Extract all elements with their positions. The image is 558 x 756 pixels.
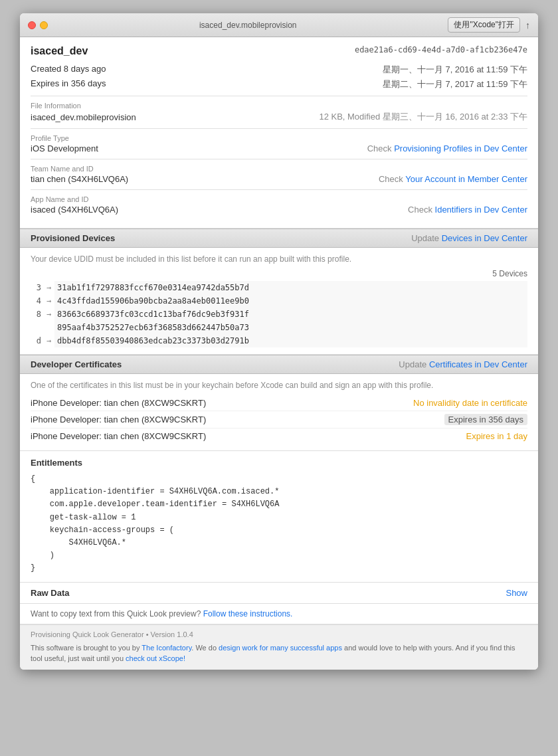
- device-id: 895aaf4b3752527ecb63f368583d662447b50a73: [54, 321, 527, 334]
- team-value: tian chen (S4XH6LVQ6A): [31, 174, 128, 184]
- devices-update: Update Devices in Dev Center: [411, 233, 527, 243]
- list-item: iPhone Developer: tian chen (8XCW9CSKRT)…: [31, 428, 527, 444]
- file-info-content: isaced_dev.mobileprovision 12 KB, Modifi…: [31, 111, 527, 123]
- profile-type-content: iOS Development Check Provisioning Profi…: [31, 143, 527, 153]
- app-value: isaced (S4XH6LVQ6A): [31, 205, 118, 215]
- file-info-filename: isaced_dev.mobileprovision: [31, 112, 136, 122]
- table-row: 3 → 31ab1f1f7297883fccf670e0314ea9742da5…: [31, 281, 527, 294]
- cert-name: iPhone Developer: tian chen (8XCW9CSKRT): [31, 415, 444, 425]
- open-in-xcode-button[interactable]: 使用"Xcode"打开: [448, 17, 520, 33]
- expires-label: Expires in 356 days: [31, 78, 106, 90]
- entitlements-code: { application-identifier = S4XH6LVQ6A.co…: [31, 473, 527, 575]
- file-info-label: File Information: [31, 102, 527, 110]
- app-check: Check Identifiers in Dev Center: [408, 205, 527, 215]
- team-check: Check Your Account in Member Center: [379, 174, 527, 184]
- xscope-link[interactable]: check out xScope!: [126, 654, 185, 662]
- close-button[interactable]: [28, 21, 36, 29]
- profile-type-check: Check Provisioning Profiles in Dev Cente…: [367, 143, 527, 153]
- content: isaced_dev edae21a6-cd69-4e4d-a7d0-af1cb…: [20, 37, 538, 670]
- profile-type-label: Profile Type: [31, 134, 527, 142]
- expires-row: Expires in 356 days 星期二、十一月 7, 2017 at 1…: [31, 78, 527, 90]
- device-arrow: →: [44, 294, 54, 308]
- device-number: d: [31, 334, 44, 347]
- team-content: tian chen (S4XH6LVQ6A) Check Your Accoun…: [31, 174, 527, 184]
- copy-notice: Want to copy text from this Quick Look p…: [20, 604, 538, 624]
- app-label: App Name and ID: [31, 195, 527, 203]
- profile-uuid: edae21a6-cd69-4e4d-a7d0-af1cb236e47e: [355, 45, 527, 54]
- cert-name: iPhone Developer: tian chen (8XCW9CSKRT): [31, 431, 466, 441]
- provisioning-profiles-link[interactable]: Provisioning Profiles in Dev Center: [394, 143, 527, 153]
- device-id: dbb4df8f85503940863edcab23c3373b03d2791b: [54, 334, 527, 347]
- cert-status: Expires in 1 day: [466, 431, 528, 441]
- app-content: isaced (S4XH6LVQ6A) Check Identifiers in…: [31, 205, 527, 215]
- device-number: 3: [31, 281, 44, 294]
- created-row: Created 8 days ago 星期一、十一月 7, 2016 at 11…: [31, 64, 527, 76]
- raw-data-section: Raw Data Show: [20, 583, 538, 604]
- cert-status: No invalidity date in certificate: [413, 398, 527, 408]
- certs-title: Developer Certificates: [31, 359, 122, 369]
- profile-type-value: iOS Development: [31, 143, 98, 153]
- raw-data-show: Show: [506, 588, 527, 598]
- devices-table: 3 → 31ab1f1f7297883fccf670e0314ea9742da5…: [31, 281, 527, 347]
- window-title: isaced_dev.mobileprovision: [48, 21, 448, 30]
- certs-section-header: Developer Certificates Update Certificat…: [20, 355, 538, 374]
- minimize-button[interactable]: [40, 21, 48, 29]
- header-top: isaced_dev edae21a6-cd69-4e4d-a7d0-af1cb…: [31, 45, 527, 57]
- share-icon[interactable]: ↑: [525, 20, 530, 31]
- titlebar: isaced_dev.mobileprovision 使用"Xcode"打开 ↑: [20, 13, 538, 37]
- certs-note: One of the certificates in this list mus…: [31, 381, 527, 390]
- entitlements-section: Entitlements { application-identifier = …: [20, 451, 538, 583]
- device-arrow: →: [44, 334, 54, 347]
- cert-status: Expires in 356 days: [444, 414, 527, 425]
- device-arrow: →: [44, 281, 54, 294]
- devices-in-dev-center-link[interactable]: Devices in Dev Center: [442, 233, 527, 243]
- iconfactory-link[interactable]: The Iconfactory: [141, 644, 191, 652]
- profile-type-row: Profile Type iOS Development Check Provi…: [31, 134, 527, 153]
- app-row: App Name and ID isaced (S4XH6LVQ6A) Chec…: [31, 195, 527, 215]
- team-row: Team Name and ID tian chen (S4XH6LVQ6A) …: [31, 165, 527, 184]
- devices-body: Your device UDID must be included in thi…: [20, 248, 538, 355]
- member-center-link[interactable]: Your Account in Member Center: [405, 174, 527, 184]
- table-row: 8 → 83663c6689373fc03ccd1c13baf76dc9eb3f…: [31, 308, 527, 321]
- expires-date: 星期二、十一月 7, 2017 at 11:59 下午: [383, 78, 527, 90]
- table-row: 895aaf4b3752527ecb63f368583d662447b50a73: [31, 321, 527, 334]
- list-item: iPhone Developer: tian chen (8XCW9CSKRT)…: [31, 395, 527, 411]
- table-row: d → dbb4df8f85503940863edcab23c3373b03d2…: [31, 334, 527, 347]
- profile-name: isaced_dev: [31, 45, 88, 57]
- entitlements-title: Entitlements: [31, 458, 527, 468]
- table-row: 4 → 4c43ffdad155906ba90bcba2aa8a4eb0011e…: [31, 294, 527, 308]
- cert-name: iPhone Developer: tian chen (8XCW9CSKRT): [31, 398, 413, 408]
- file-info-row: File Information isaced_dev.mobileprovis…: [31, 102, 527, 123]
- header-section: isaced_dev edae21a6-cd69-4e4d-a7d0-af1cb…: [20, 37, 538, 229]
- device-arrow: →: [44, 308, 54, 321]
- identifiers-link[interactable]: Identifiers in Dev Center: [435, 205, 527, 215]
- titlebar-actions: 使用"Xcode"打开 ↑: [448, 17, 530, 33]
- device-id: 31ab1f1f7297883fccf670e0314ea9742da55b7d: [54, 281, 527, 294]
- certs-body: One of the certificates in this list mus…: [20, 374, 538, 451]
- device-arrow: [44, 321, 54, 334]
- device-id: 83663c6689373fc03ccd1c13baf76dc9eb3f931f: [54, 308, 527, 321]
- devices-note: Your device UDID must be included in thi…: [31, 254, 527, 264]
- window-controls: [28, 21, 48, 29]
- follow-instructions-link[interactable]: Follow these instructions.: [203, 609, 293, 618]
- created-label: Created 8 days ago: [31, 64, 106, 76]
- footer-credits: This software is brought to you by The I…: [31, 642, 527, 664]
- main-window: isaced_dev.mobileprovision 使用"Xcode"打开 ↑…: [20, 13, 538, 670]
- raw-data-title: Raw Data: [31, 588, 70, 598]
- device-id: 4c43ffdad155906ba90bcba2aa8a4eb0011ee9b0: [54, 294, 527, 308]
- team-label: Team Name and ID: [31, 165, 527, 173]
- devices-title: Provisioned Devices: [31, 233, 115, 243]
- footer-version: Provisioning Quick Look Generator • Vers…: [31, 630, 527, 638]
- device-number: 4: [31, 294, 44, 308]
- devices-count: 5 Devices: [31, 269, 527, 278]
- devices-section-header: Provisioned Devices Update Devices in De…: [20, 229, 538, 248]
- file-info-details: 12 KB, Modified 星期三、十一月 16, 2016 at 2:33…: [319, 111, 527, 123]
- design-work-link[interactable]: design work for many successful apps: [219, 644, 342, 652]
- certificates-in-dev-center-link[interactable]: Certificates in Dev Center: [429, 359, 527, 369]
- certs-update: Update Certificates in Dev Center: [399, 359, 527, 369]
- device-number: 8: [31, 308, 44, 321]
- device-number: [31, 321, 44, 334]
- list-item: iPhone Developer: tian chen (8XCW9CSKRT)…: [31, 411, 527, 428]
- footer: Provisioning Quick Look Generator • Vers…: [20, 624, 538, 670]
- created-date: 星期一、十一月 7, 2016 at 11:59 下午: [383, 64, 527, 76]
